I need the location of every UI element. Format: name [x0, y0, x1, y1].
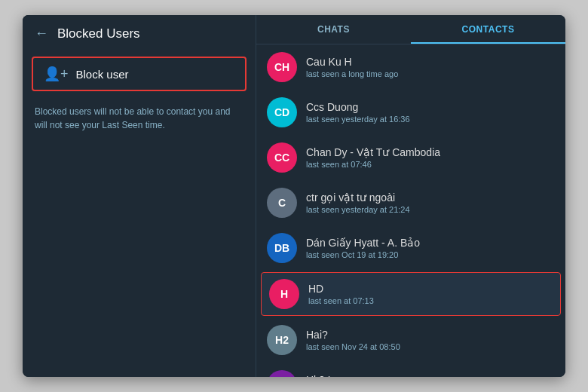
list-item[interactable]: HHDlast seen at 07:13 — [261, 272, 561, 316]
contact-name: Chan Dy - Vật Tư Cambodia — [306, 146, 440, 158]
back-button[interactable]: ← — [35, 26, 48, 41]
list-item[interactable]: CDCcs Duonglast seen yesterday at 16:36 — [256, 90, 565, 135]
tab-chats[interactable]: CHATS — [256, 15, 411, 44]
contact-info: Dán Giấy Hyatt - A. Bảolast seen Oct 19 … — [306, 237, 420, 259]
contact-status: last seen at 07:13 — [308, 296, 374, 305]
block-user-button[interactable]: 👤+ Block user — [32, 57, 247, 91]
contact-status: last seen a long time ago — [306, 69, 398, 78]
tabs-row: CHATS CONTACTS — [256, 15, 565, 44]
contact-info: Ccs Duonglast seen yesterday at 16:36 — [306, 101, 410, 124]
contact-name: Hk2 Long — [306, 374, 410, 377]
right-panel: CHATS CONTACTS CHCau Ku Hlast seen a lon… — [256, 15, 565, 377]
contact-info: ctr gọi vật tư ngoàilast seen yesterday … — [306, 191, 410, 214]
tab-contacts[interactable]: CONTACTS — [411, 15, 565, 44]
avatar: DB — [267, 233, 297, 263]
list-item[interactable]: CHCau Ku Hlast seen a long time ago — [256, 44, 565, 90]
contact-name: Cau Ku H — [306, 56, 398, 68]
list-item[interactable]: DBDán Giấy Hyatt - A. Bảolast seen Oct 1… — [256, 225, 565, 271]
left-panel: ← Blocked Users 👤+ Block user Blocked us… — [23, 15, 256, 377]
contact-info: Hai?last seen Nov 24 at 08:50 — [306, 329, 400, 351]
avatar: CC — [267, 142, 297, 173]
avatar: CD — [267, 97, 297, 127]
contact-status: last seen Oct 19 at 19:20 — [306, 250, 420, 259]
list-item[interactable]: H2Hai?last seen Nov 24 at 08:50 — [256, 317, 565, 363]
contact-info: HDlast seen at 07:13 — [308, 283, 374, 305]
block-user-description: Blocked users will not be able to contac… — [23, 96, 256, 141]
contact-name: ctr gọi vật tư ngoài — [306, 191, 410, 204]
list-item[interactable]: Cctr gọi vật tư ngoàilast seen yesterday… — [256, 180, 565, 225]
contacts-list: CHCau Ku Hlast seen a long time agoCDCcs… — [256, 44, 565, 377]
contact-name: Ccs Duong — [306, 101, 410, 113]
contact-info: Cau Ku Hlast seen a long time ago — [306, 56, 398, 78]
left-header: ← Blocked Users — [23, 15, 256, 52]
avatar: H2 — [267, 325, 297, 355]
block-user-label: Block user — [76, 68, 129, 81]
add-person-icon: 👤+ — [44, 66, 69, 82]
avatar: CH — [267, 52, 297, 82]
contact-name: Dán Giấy Hyatt - A. Bảo — [306, 237, 420, 249]
contact-info: Hk2 Longlast seen yesterday at 23:03 — [306, 374, 410, 377]
page-title: Blocked Users — [57, 26, 140, 41]
avatar: C — [267, 188, 297, 218]
avatar: H — [269, 279, 299, 309]
contact-status: last seen Nov 24 at 08:50 — [306, 342, 400, 351]
list-item[interactable]: CCChan Dy - Vật Tư Cambodialast seen at … — [256, 135, 565, 180]
contact-name: Hai? — [306, 329, 400, 341]
avatar: HL — [267, 370, 297, 377]
contact-name: HD — [308, 283, 374, 295]
contact-status: last seen yesterday at 21:24 — [306, 205, 410, 214]
list-item[interactable]: HLHk2 Longlast seen yesterday at 23:03 — [256, 363, 565, 377]
contact-status: last seen yesterday at 16:36 — [306, 115, 410, 124]
contact-status: last seen at 07:46 — [306, 160, 440, 169]
contact-info: Chan Dy - Vật Tư Cambodialast seen at 07… — [306, 146, 440, 169]
phone-container: ← Blocked Users 👤+ Block user Blocked us… — [23, 15, 565, 377]
